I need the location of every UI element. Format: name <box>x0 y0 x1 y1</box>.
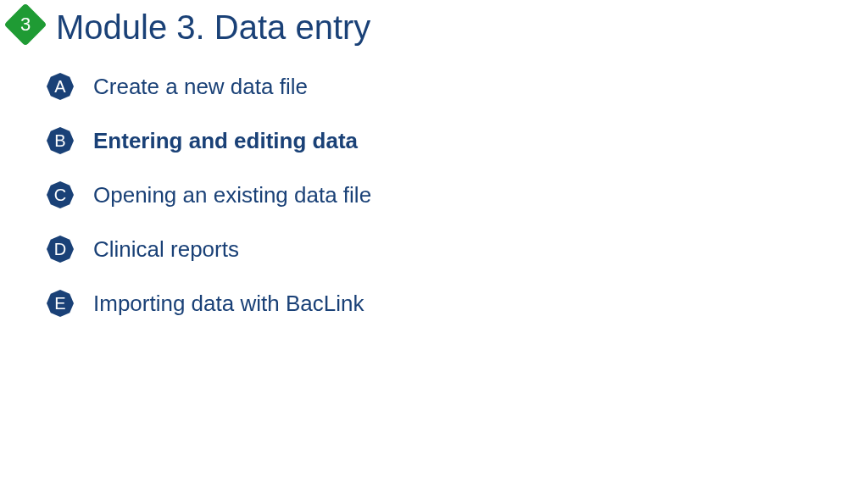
bullet-letter: D <box>54 240 66 259</box>
module-number-icon: 3 <box>4 3 47 46</box>
item-label: Opening an existing data file <box>93 182 371 208</box>
bullet-letter: E <box>54 294 65 313</box>
bullet-letter: B <box>54 131 65 151</box>
bullet-icon: C <box>46 180 75 209</box>
item-label: Entering and editing data <box>93 128 358 154</box>
bullet-icon: D <box>46 235 75 263</box>
bullet-letter: A <box>54 77 65 97</box>
item-label: Clinical reports <box>93 236 239 263</box>
item-label: Create a new data file <box>93 74 308 100</box>
bullet-icon: A <box>46 72 75 101</box>
module-title: Module 3. Data entry <box>56 8 370 47</box>
bullet-letter: C <box>54 186 66 205</box>
item-label: Importing data with BacLink <box>93 291 364 317</box>
list-item: D Clinical reports <box>46 235 868 263</box>
slide: 3 Module 3. Data entry A Create a new da… <box>0 0 868 488</box>
list-item: E Importing data with BacLink <box>46 289 868 318</box>
bullet-icon: E <box>46 289 75 318</box>
bullet-icon: B <box>46 126 75 155</box>
topic-list: A Create a new data file B Entering and … <box>0 72 868 318</box>
list-item: B Entering and editing data <box>46 126 868 155</box>
module-number: 3 <box>20 14 31 36</box>
list-item: A Create a new data file <box>46 72 868 101</box>
slide-header: 3 Module 3. Data entry <box>0 8 868 47</box>
list-item: C Opening an existing data file <box>46 180 868 209</box>
